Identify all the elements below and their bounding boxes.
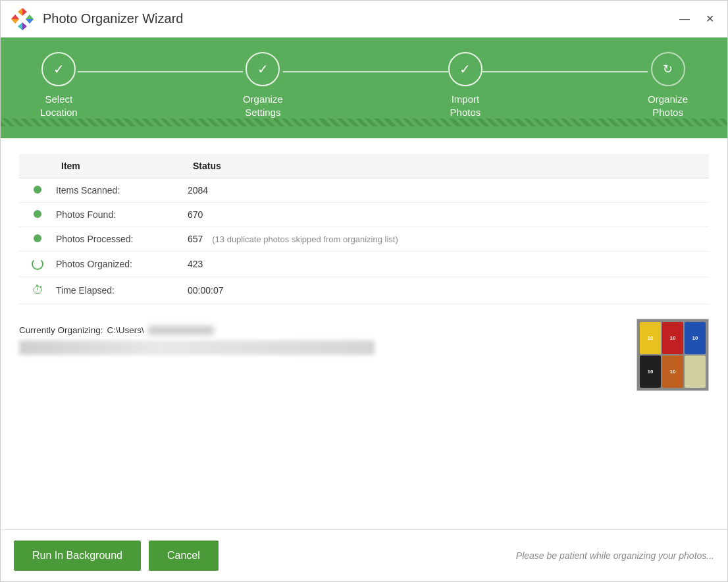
step-circle-3: ✓ <box>448 52 482 86</box>
step-label-3: ImportPhotos <box>450 93 481 119</box>
spinner-icon <box>32 258 43 270</box>
footer-message: Please be patient while organizing your … <box>226 550 714 561</box>
path-blur-2 <box>19 340 375 355</box>
step-connector-1 <box>78 71 243 72</box>
photo-thumbnail: 10 10 10 10 10 <box>637 319 709 391</box>
jersey-2: 10 <box>662 322 683 354</box>
app-title: Photo Organizer Wizard <box>43 11 675 26</box>
wizard-step-organize-photos: ↻ OrganizePhotos <box>648 52 688 119</box>
jersey-1: 10 <box>640 322 661 354</box>
step-circle-2: ✓ <box>246 52 280 86</box>
step-connector-3 <box>482 71 648 72</box>
row-label-4: Photos Organized: <box>51 251 182 277</box>
col-header-icon <box>19 154 51 178</box>
thumbnail-inner: 10 10 10 10 10 <box>637 319 708 390</box>
table-row: Items Scanned: 2084 <box>19 178 709 203</box>
current-info: Currently Organizing: C:\Users\ <box>19 325 623 355</box>
current-label-row: Currently Organizing: C:\Users\ <box>19 325 623 335</box>
current-path: C:\Users\ <box>107 325 144 335</box>
step-connector-2 <box>283 71 448 72</box>
row-icon-3 <box>19 227 51 251</box>
footer: Run In Background Cancel Please be patie… <box>1 529 727 581</box>
svg-marker-6 <box>11 14 19 19</box>
step-label-1: SelectLocation <box>40 93 78 119</box>
svg-marker-4 <box>22 22 27 30</box>
window-controls: — ✕ <box>675 11 718 26</box>
svg-marker-2 <box>26 14 34 19</box>
row-value-2: 670 <box>182 203 709 227</box>
step-circle-4: ↻ <box>651 52 685 86</box>
wizard-step-import-photos: ✓ ImportPhotos <box>448 52 482 119</box>
svg-marker-1 <box>18 8 22 16</box>
wizard-steps: ✓ SelectLocation ✓ OrganizeSettings ✓ Im… <box>1 52 727 119</box>
col-header-status: Status <box>182 154 709 178</box>
status-dot <box>34 234 41 242</box>
row-label-5: Time Elapsed: <box>51 277 182 304</box>
app-logo <box>10 7 35 32</box>
table-row: Photos Processed: 657 (13 duplicate phot… <box>19 227 709 251</box>
svg-marker-5 <box>18 22 22 30</box>
path-blur-1 <box>148 326 214 335</box>
title-bar: Photo Organizer Wizard — ✕ <box>1 1 727 38</box>
status-dot <box>34 210 41 218</box>
row-label-2: Photos Found: <box>51 203 182 227</box>
wizard-step-organize-settings: ✓ OrganizeSettings <box>243 52 283 119</box>
row-label-3: Photos Processed: <box>51 227 182 251</box>
close-button[interactable]: ✕ <box>702 11 718 26</box>
step-label-2: OrganizeSettings <box>243 93 283 119</box>
svg-marker-7 <box>11 19 19 24</box>
row-icon-1 <box>19 178 51 203</box>
row-value-5: 00:00:07 <box>182 277 709 304</box>
col-header-item: Item <box>51 154 182 178</box>
main-content: Item Status Items Scanned: 2084 Photos F… <box>1 138 727 529</box>
table-row: Photos Organized: 423 <box>19 251 709 277</box>
svg-marker-3 <box>26 19 34 24</box>
jersey-6 <box>685 356 706 388</box>
status-dot <box>34 186 41 194</box>
row-value-3: 657 (13 duplicate photos skipped from or… <box>182 227 709 251</box>
table-row: ⏱ Time Elapsed: 00:00:07 <box>19 277 709 304</box>
run-in-background-button[interactable]: Run In Background <box>14 541 141 571</box>
step-circle-1: ✓ <box>41 52 76 86</box>
clock-icon: ⏱ <box>32 284 43 297</box>
step-label-4: OrganizePhotos <box>648 93 688 119</box>
jersey-5: 10 <box>662 356 683 388</box>
row-value-4: 423 <box>182 251 709 277</box>
row-label-1: Items Scanned: <box>51 178 182 203</box>
wizard-header: ✓ SelectLocation ✓ OrganizeSettings ✓ Im… <box>1 38 727 138</box>
status-table: Item Status Items Scanned: 2084 Photos F… <box>19 154 709 304</box>
application-window: Photo Organizer Wizard — ✕ ✓ SelectLocat… <box>0 0 728 582</box>
row-icon-5: ⏱ <box>19 277 51 304</box>
cancel-button[interactable]: Cancel <box>149 541 219 571</box>
current-label: Currently Organizing: <box>19 325 103 335</box>
row-icon-4 <box>19 251 51 277</box>
wizard-step-select-location: ✓ SelectLocation <box>40 52 78 119</box>
table-row: Photos Found: 670 <box>19 203 709 227</box>
current-section: Currently Organizing: C:\Users\ 10 10 10… <box>19 325 709 516</box>
svg-marker-0 <box>22 8 27 16</box>
row-icon-2 <box>19 203 51 227</box>
jersey-4: 10 <box>640 356 661 388</box>
minimize-button[interactable]: — <box>675 12 694 26</box>
jersey-3: 10 <box>685 322 706 354</box>
duplicate-note: (13 duplicate photos skipped from organi… <box>212 234 398 244</box>
row-value-1: 2084 <box>182 178 709 203</box>
svg-point-8 <box>19 16 26 22</box>
